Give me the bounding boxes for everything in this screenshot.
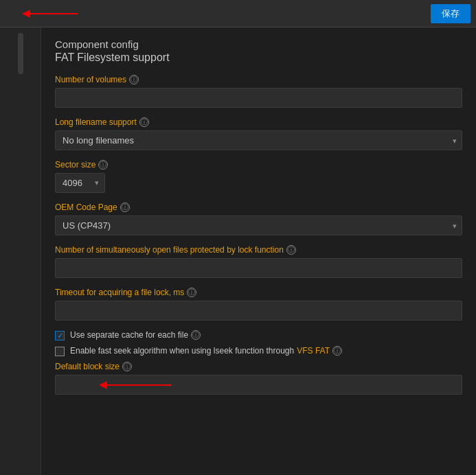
timeout-input[interactable]: 10000 xyxy=(55,301,462,321)
long-filename-label: Long filename support ⓘ xyxy=(55,117,462,127)
sector-size-label: Sector size ⓘ xyxy=(55,160,462,170)
content-area: Component config FAT Filesystem support … xyxy=(41,27,476,475)
vfs-fat-text: VFS FAT xyxy=(297,346,330,356)
sector-size-dropdown-arrow: ▾ xyxy=(89,174,104,192)
timeout-group: Timeout for acquiring a file lock, ms ⓘ … xyxy=(55,288,462,321)
header-bar: fat 保存 xyxy=(0,0,476,27)
simultaneous-files-info-icon[interactable]: ⓘ xyxy=(286,245,296,255)
long-filename-select[interactable]: No long filenames Long filename buffer i… xyxy=(55,130,462,150)
fast-seek-label: Enable fast seek algorithm when using ls… xyxy=(70,346,342,356)
separate-cache-checkmark: ✓ xyxy=(57,332,63,340)
separate-cache-checkbox[interactable]: ✓ xyxy=(55,331,65,340)
separate-cache-label: Use separate cache for each file ⓘ xyxy=(70,330,201,340)
sidebar-handle[interactable] xyxy=(18,33,23,74)
default-block-size-info-icon[interactable]: ⓘ xyxy=(122,362,132,371)
separate-cache-row: ✓ Use separate cache for each file ⓘ xyxy=(55,330,462,340)
section-title: Component config xyxy=(55,38,462,50)
oem-code-page-select-wrapper: US (CP437) Latin 1 (CP850) Latin 2 (CP85… xyxy=(55,216,462,235)
fast-seek-row: Enable fast seek algorithm when using ls… xyxy=(55,346,462,356)
default-block-size-input-wrapper: 4096 xyxy=(55,375,462,395)
number-of-volumes-group: Number of volumes ⓘ 2 xyxy=(55,75,462,108)
fast-seek-checkbox[interactable] xyxy=(55,347,65,356)
simultaneous-files-input[interactable]: 0 xyxy=(55,258,462,278)
sector-size-info-icon[interactable]: ⓘ xyxy=(98,160,108,170)
number-of-volumes-label: Number of volumes ⓘ xyxy=(55,75,462,84)
long-filename-info-icon[interactable]: ⓘ xyxy=(139,117,149,127)
default-block-size-input[interactable]: 4096 xyxy=(55,375,462,395)
timeout-label: Timeout for acquiring a file lock, ms ⓘ xyxy=(55,288,462,297)
sector-size-select[interactable]: 512 1024 2048 4096 xyxy=(56,174,89,192)
simultaneous-files-label: Number of simultaneously open files prot… xyxy=(55,245,462,255)
sidebar xyxy=(0,27,41,475)
number-of-volumes-info-icon[interactable]: ⓘ xyxy=(129,75,139,84)
sector-size-group: Sector size ⓘ 512 1024 2048 4096 ▾ xyxy=(55,160,462,193)
fast-seek-info-icon[interactable]: ⓘ xyxy=(332,346,342,356)
oem-code-page-label: OEM Code Page ⓘ xyxy=(55,202,462,212)
long-filename-select-wrapper: No long filenames Long filename buffer i… xyxy=(55,130,462,150)
oem-code-page-select[interactable]: US (CP437) Latin 1 (CP850) Latin 2 (CP85… xyxy=(55,216,462,235)
oem-code-page-group: OEM Code Page ⓘ US (CP437) Latin 1 (CP85… xyxy=(55,202,462,235)
default-block-size-group: Default block size ⓘ 4096 xyxy=(55,362,462,395)
main-layout: Component config FAT Filesystem support … xyxy=(0,27,476,475)
section-subtitle: FAT Filesystem support xyxy=(55,51,462,64)
simultaneous-files-group: Number of simultaneously open files prot… xyxy=(55,245,462,278)
search-input[interactable]: fat xyxy=(5,5,425,21)
timeout-info-icon[interactable]: ⓘ xyxy=(187,288,196,297)
oem-code-page-info-icon[interactable]: ⓘ xyxy=(120,202,130,212)
sector-size-select-wrapper: 512 1024 2048 4096 ▾ xyxy=(55,173,105,193)
number-of-volumes-input[interactable]: 2 xyxy=(55,88,462,108)
default-block-size-label: Default block size ⓘ xyxy=(55,362,462,371)
separate-cache-info-icon[interactable]: ⓘ xyxy=(191,330,201,340)
save-button[interactable]: 保存 xyxy=(431,4,471,23)
long-filename-group: Long filename support ⓘ No long filename… xyxy=(55,117,462,150)
